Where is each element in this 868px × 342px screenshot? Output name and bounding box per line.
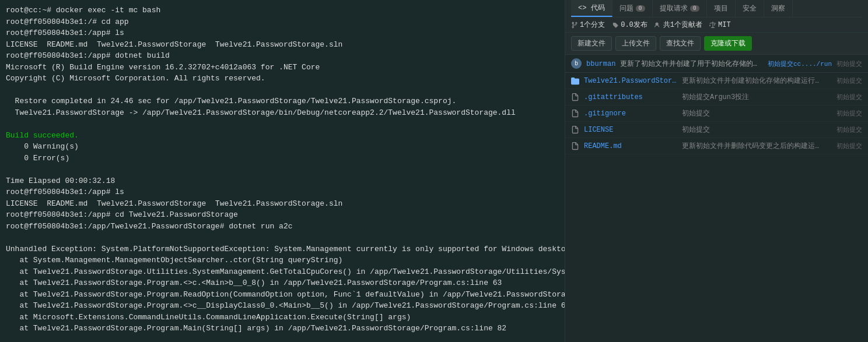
tab-projects[interactable]: 项目 (707, 0, 736, 17)
main-container: root@cc:~# docker exec -it mc bash root@… (0, 0, 868, 342)
file-commit: 更新初始文件并创建初始化存储的构建运行事件 (682, 76, 822, 86)
tag-icon (612, 22, 619, 29)
branch-icon (571, 22, 578, 29)
file-time: 初始提交 (827, 142, 862, 150)
file-time: 初始提交 (827, 125, 862, 134)
tab-pull-requests-label: 提取请求 (660, 3, 688, 13)
file-time: 初始提交 (827, 76, 862, 85)
latest-commit-bar: b bburman 更新了初始文件并创建了用于初始化存储的构建运行事件 初始提交… (565, 55, 868, 73)
list-item[interactable]: LICENSE 初始提交 初始提交 (565, 122, 868, 138)
commit-hash[interactable]: 初始提交cc..../run (768, 59, 832, 68)
file-list: Twelve21.PasswordStorage 更新初始文件并创建初始化存储的… (565, 73, 868, 342)
list-item[interactable]: README.md 更新初始文件并删除代码变更之后的构建运行事件 初始提交 (565, 138, 868, 154)
list-item[interactable]: .gitignore 初始提交 初始提交 (565, 105, 868, 122)
repo-header: <> 代码 问题 0 提取请求 0 项目 安全 洞察 (565, 0, 868, 33)
file-name: .gitignore (584, 110, 677, 118)
commit-author-name[interactable]: bburman (586, 60, 615, 68)
tab-issues-badge: 0 (636, 5, 645, 12)
tab-issues[interactable]: 问题 0 (612, 0, 653, 17)
tab-code[interactable]: <> 代码 (571, 0, 612, 17)
commit-author-avatar: b (571, 58, 582, 69)
contributors-label: 共1个贡献者 (663, 20, 702, 30)
repo-actions-bar: 新建文件 上传文件 查找文件 克隆或下载 (565, 33, 868, 55)
file-commit: 初始提交Argun3投注 (682, 92, 822, 102)
tab-pr-badge: 0 (690, 5, 699, 12)
new-file-button[interactable]: 新建文件 (571, 36, 612, 51)
contributors-count[interactable]: 共1个贡献者 (654, 20, 702, 30)
clone-button[interactable]: 克隆或下载 (704, 36, 752, 51)
tab-security-label: 安全 (743, 3, 757, 13)
file-icon (571, 110, 579, 118)
tab-security[interactable]: 安全 (736, 0, 764, 17)
file-name: README.md (584, 142, 677, 150)
license-label: MIT (718, 21, 731, 29)
releases-count[interactable]: 0.0发布 (612, 20, 648, 30)
list-item[interactable]: .gitattributes 初始提交Argun3投注 初始提交 (565, 89, 868, 105)
tab-code-label: <> 代码 (578, 3, 605, 13)
find-file-button[interactable]: 查找文件 (660, 36, 701, 51)
file-time: 初始提交 (827, 93, 862, 101)
folder-icon (571, 77, 579, 85)
terminal-output: root@cc:~# docker exec -it mc bash root@… (6, 5, 559, 334)
file-name: LICENSE (584, 126, 677, 134)
file-icon (571, 142, 579, 150)
repo-info-bar: 1个分支 0.0发布 共1个贡献者 MIT (571, 17, 862, 32)
file-name: .gitattributes (584, 93, 677, 101)
branch-count-label: 1个分支 (580, 20, 605, 30)
upload-file-button[interactable]: 上传文件 (615, 36, 656, 51)
terminal-panel: root@cc:~# docker exec -it mc bash root@… (0, 0, 565, 342)
branch-count[interactable]: 1个分支 (571, 20, 605, 30)
license-info[interactable]: MIT (709, 21, 731, 29)
tab-insights[interactable]: 洞察 (764, 0, 793, 17)
tab-projects-label: 项目 (714, 3, 728, 13)
tab-pull-requests[interactable]: 提取请求 0 (653, 0, 707, 17)
file-icon (571, 93, 579, 101)
law-icon (709, 22, 716, 29)
repo-panel: <> 代码 问题 0 提取请求 0 项目 安全 洞察 (565, 0, 868, 342)
file-icon (571, 126, 579, 134)
people-icon (654, 22, 662, 29)
file-commit: 初始提交 (682, 125, 822, 135)
commit-time: 初始提交 (836, 59, 862, 68)
list-item[interactable]: Twelve21.PasswordStorage 更新初始文件并创建初始化存储的… (565, 73, 868, 89)
file-commit: 更新初始文件并删除代码变更之后的构建运行事件 (682, 141, 822, 151)
commit-message: bburman 更新了初始文件并创建了用于初始化存储的构建运行事件 (586, 59, 763, 69)
commit-message-text: 更新了初始文件并创建了用于初始化存储的构建运行事件 (620, 60, 763, 68)
tab-insights-label: 洞察 (771, 3, 785, 13)
file-commit: 初始提交 (682, 108, 822, 118)
tab-issues-label: 问题 (620, 3, 634, 13)
file-time: 初始提交 (827, 109, 862, 118)
repo-tabs: <> 代码 问题 0 提取请求 0 项目 安全 洞察 (571, 0, 862, 17)
releases-count-label: 0.0发布 (621, 20, 648, 30)
file-name: Twelve21.PasswordStorage (584, 77, 677, 85)
